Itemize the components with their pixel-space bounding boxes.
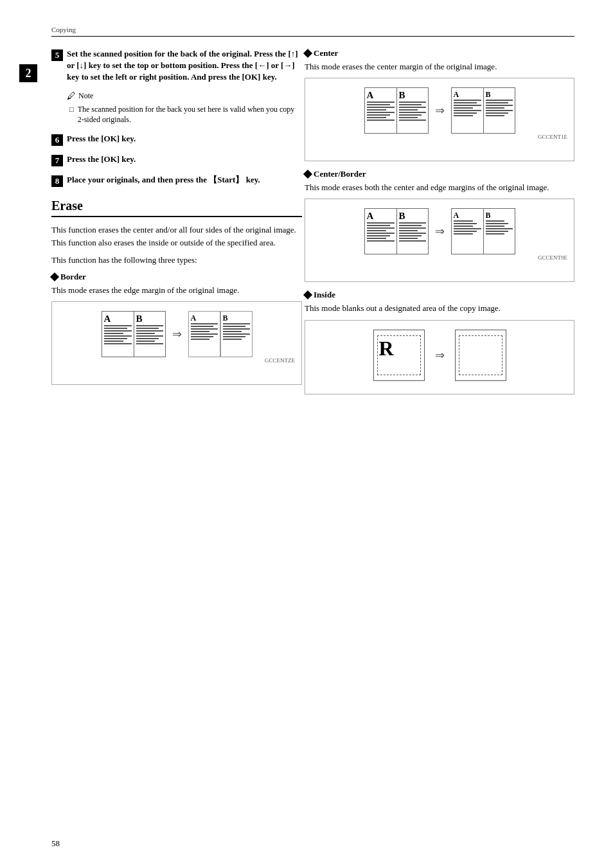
note-title: 🖊 Note xyxy=(67,91,302,102)
diamond-icon xyxy=(50,272,59,281)
inside-after xyxy=(455,330,506,381)
cb-arrow: ⇒ xyxy=(435,224,445,238)
step-text-7: Press the [OK] key. xyxy=(67,154,136,165)
inside-diagram-box: R ⇒ xyxy=(305,320,574,394)
breadcrumb: Copying xyxy=(51,26,574,37)
note-label: Note xyxy=(78,91,93,101)
center-border-desc: This mode erases both the center and edg… xyxy=(305,182,574,193)
center-desc: This mode erases the center margin of th… xyxy=(305,61,574,73)
center-border-label: Center/Border xyxy=(314,169,366,179)
center-border-title: Center/Border xyxy=(305,169,574,179)
step-6: 6 Press the [OK] key. xyxy=(51,133,302,146)
cb-caption: GCCENT9E xyxy=(312,254,567,261)
border-arrow: ⇒ xyxy=(172,327,182,341)
erase-intro-2: This function has the following three ty… xyxy=(51,254,302,267)
center-label: Center xyxy=(314,48,338,58)
note-text: The scanned position for the back you se… xyxy=(78,104,302,126)
diamond-icon-cb xyxy=(303,170,312,179)
inside-arrow: ⇒ xyxy=(435,348,445,362)
center-arrow: ⇒ xyxy=(435,103,445,118)
erase-intro-1: This function erases the center and/or a… xyxy=(51,224,302,249)
step-num-7: 7 xyxy=(51,155,63,166)
erase-section-title: Erase xyxy=(51,199,302,217)
inside-label: Inside xyxy=(314,290,335,300)
step-num-8: 8 xyxy=(51,175,63,187)
step-8: 8 Place your originals, and then press t… xyxy=(51,174,302,187)
note-block: 🖊 Note The scanned position for the back… xyxy=(67,91,302,126)
inside-desc: This mode blanks out a designated area o… xyxy=(305,303,574,314)
diamond-icon-inside xyxy=(303,290,312,299)
center-border-diagram: A xyxy=(305,199,574,282)
border-desc: This mode erases the edge margin of the … xyxy=(51,285,302,296)
border-caption: GCCENTZE xyxy=(58,357,295,364)
diamond-icon-center xyxy=(303,49,312,58)
border-diagram: A xyxy=(51,301,302,385)
note-icon: 🖊 xyxy=(67,91,76,102)
step-text-6: Press the [OK] key. xyxy=(67,133,136,145)
border-label: Border xyxy=(60,272,86,282)
chapter-marker: 2 xyxy=(19,64,37,82)
step-text-5: Set the scanned position for the back of… xyxy=(67,48,302,84)
inside-title: Inside xyxy=(305,290,574,300)
step-num-6: 6 xyxy=(51,134,63,146)
center-caption: GCCENT1E xyxy=(312,134,567,140)
center-title: Center xyxy=(305,48,574,58)
step-num-5: 5 xyxy=(51,49,63,61)
step-5: 5 Set the scanned position for the back … xyxy=(51,48,302,84)
page-number: 58 xyxy=(51,838,60,849)
border-title: Border xyxy=(51,272,302,282)
step-7: 7 Press the [OK] key. xyxy=(51,154,302,166)
note-item: The scanned position for the back you se… xyxy=(69,104,302,126)
step-text-8: Place your originals, and then press the… xyxy=(67,174,260,186)
center-diagram: A xyxy=(305,78,574,161)
inside-before: R xyxy=(373,330,425,381)
